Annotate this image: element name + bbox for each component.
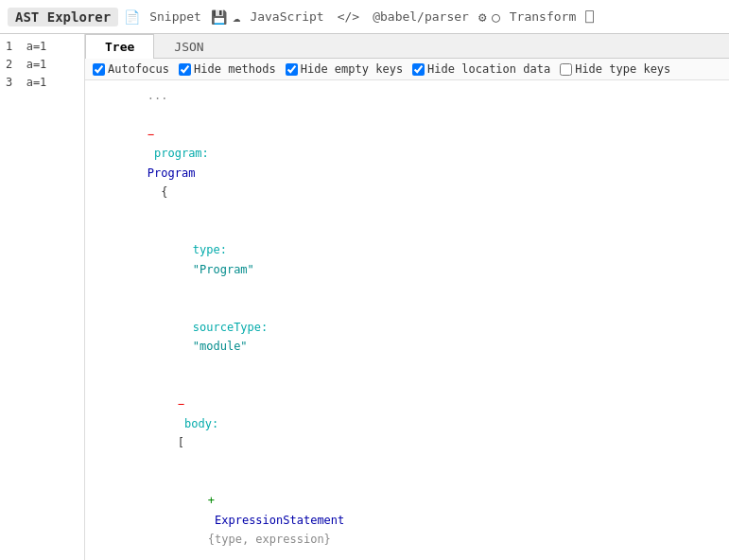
settings-icon[interactable]: ⚙ xyxy=(478,9,486,25)
tabs-bar: Tree JSON xyxy=(85,34,729,59)
option-hide-empty[interactable]: Hide empty keys xyxy=(286,62,403,76)
hide-type-label: Hide type keys xyxy=(575,62,670,76)
program-type: Program xyxy=(148,166,196,180)
hide-methods-checkbox[interactable] xyxy=(179,63,191,76)
option-autofocus[interactable]: Autofocus xyxy=(93,62,169,76)
minus-icon-body[interactable]: − xyxy=(178,397,184,411)
parser-label[interactable]: @babel/parser xyxy=(369,8,473,26)
tree-content[interactable]: ... − program: Program { type: "Program"… xyxy=(85,80,729,560)
hide-empty-label: Hide empty keys xyxy=(301,62,403,76)
snippet-icon[interactable]: 📄 xyxy=(124,9,140,25)
toggle-icon[interactable]: ◯ xyxy=(492,9,499,25)
hide-empty-checkbox[interactable] xyxy=(286,63,298,76)
hide-location-checkbox[interactable] xyxy=(412,63,425,76)
tree-body-line: − body: [ xyxy=(93,376,721,472)
autofocus-checkbox[interactable] xyxy=(93,63,105,76)
toolbar: AST Explorer 📄 Snippet 💾 ☁ JavaScript </… xyxy=(0,0,729,34)
body-bracket: [ xyxy=(178,436,184,449)
options-bar: Autofocus Hide methods Hide empty keys H… xyxy=(85,59,729,80)
tab-tree[interactable]: Tree xyxy=(85,34,154,59)
option-hide-location[interactable]: Hide location data xyxy=(412,62,550,76)
hide-type-checkbox[interactable] xyxy=(560,63,572,76)
tree-source-type: sourceType: "module" xyxy=(93,298,721,376)
autofocus-label: Autofocus xyxy=(108,62,169,76)
tree-panel: Tree JSON Autofocus Hide methods Hide em… xyxy=(85,34,729,560)
code-line-1: 1 a=1 xyxy=(6,38,78,56)
tree-program-line: − program: Program { xyxy=(93,105,721,220)
code-line-2: 2 a=1 xyxy=(6,56,78,74)
hide-location-label: Hide location data xyxy=(427,62,550,76)
tag-label[interactable]: </> xyxy=(334,8,363,26)
sourceType-key: sourceType: xyxy=(193,321,275,334)
plus-icon-expr1[interactable]: + xyxy=(208,494,215,507)
code-line-3: 3 a=1 xyxy=(6,74,78,92)
type-key-program: type: xyxy=(193,243,234,256)
sourceType-val: "module" xyxy=(193,340,248,353)
tree-type-program: type: "Program" xyxy=(93,221,721,299)
tab-json[interactable]: JSON xyxy=(154,34,223,59)
cloud-icon[interactable]: ☁ xyxy=(233,9,240,25)
keyboard-icon[interactable]: ⎕ xyxy=(585,9,593,25)
expr1-compact: {type, expression} xyxy=(208,533,331,546)
language-label[interactable]: JavaScript xyxy=(246,8,327,26)
snippet-label[interactable]: Snippet xyxy=(146,8,205,26)
program-key: program: xyxy=(148,147,216,160)
save-icon[interactable]: 💾 xyxy=(211,9,227,25)
expr1-type: ExpressionStatement xyxy=(208,514,352,527)
minus-icon-program[interactable]: − xyxy=(148,128,154,141)
program-brace: { xyxy=(148,185,168,199)
option-hide-methods[interactable]: Hide methods xyxy=(179,62,276,76)
tree-truncated-top: ... xyxy=(93,86,721,105)
main-layout: 1 a=1 2 a=1 3 a=1 Tree JSON Autofocus Hi… xyxy=(0,34,729,560)
brand-label: AST Explorer xyxy=(8,8,118,26)
body-key: body: xyxy=(178,417,226,430)
tree-expr1: + ExpressionStatement {type, expression} xyxy=(93,472,721,560)
type-val-program: "Program" xyxy=(193,263,254,276)
option-hide-type[interactable]: Hide type keys xyxy=(560,62,670,76)
transform-label[interactable]: Transform xyxy=(506,8,580,26)
hide-methods-label: Hide methods xyxy=(194,62,276,76)
code-panel: 1 a=1 2 a=1 3 a=1 xyxy=(0,34,85,560)
